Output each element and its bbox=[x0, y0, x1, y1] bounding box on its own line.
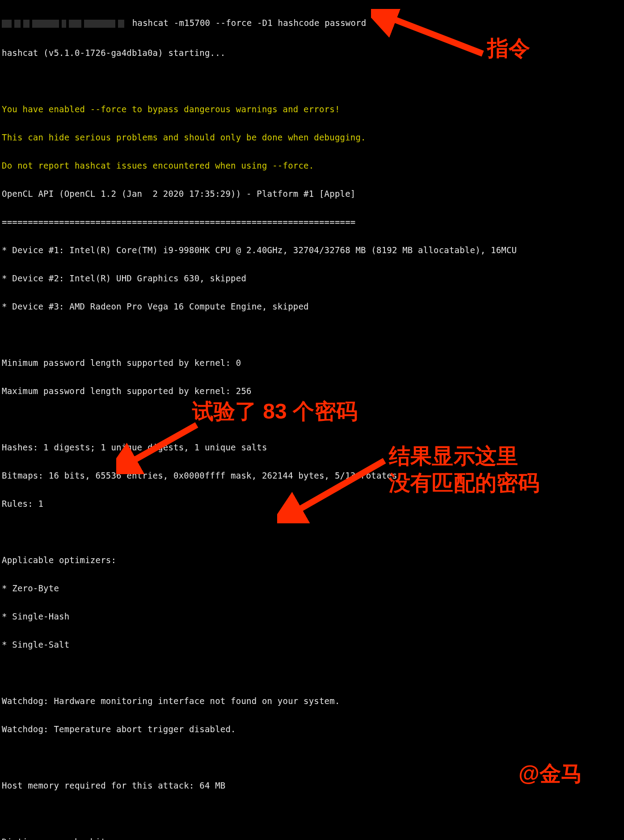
blank-line bbox=[2, 412, 624, 427]
force-warning-2: This can hide serious problems and shoul… bbox=[2, 131, 624, 145]
prompt-line: hashcat -m15700 --force -D1 hashcode pas… bbox=[2, 16, 624, 32]
blank-line bbox=[2, 807, 624, 821]
min-password-length: Minimum password length supported by ker… bbox=[2, 356, 624, 370]
blank-line bbox=[2, 328, 624, 342]
force-warning-3: Do not report hashcat issues encountered… bbox=[2, 159, 624, 173]
opencl-header: OpenCL API (OpenCL 1.2 (Jan 2 2020 17:35… bbox=[2, 187, 624, 201]
device-2: * Device #2: Intel(R) UHD Graphics 630, … bbox=[2, 272, 624, 286]
bitmaps-line: Bitmaps: 16 bits, 65536 entries, 0x0000f… bbox=[2, 469, 624, 483]
starting-line: hashcat (v5.1.0-1726-ga4db1a0a) starting… bbox=[2, 46, 624, 60]
watchdog-2: Watchdog: Temperature abort trigger disa… bbox=[2, 722, 624, 737]
optimizer-zero-byte: * Zero-Byte bbox=[2, 581, 624, 596]
optimizers-header: Applicable optimizers: bbox=[2, 553, 624, 568]
device-1: * Device #1: Intel(R) Core(TM) i9-9980HK… bbox=[2, 243, 624, 258]
command-text: hashcat -m15700 --force -D1 hashcode pas… bbox=[127, 18, 366, 28]
host-memory: Host memory required for this attack: 64… bbox=[2, 779, 624, 793]
max-password-length: Maximum password length supported by ker… bbox=[2, 384, 624, 399]
blank-line bbox=[2, 525, 624, 539]
watchdog-1: Watchdog: Hardware monitoring interface … bbox=[2, 694, 624, 708]
force-warning-1: You have enabled --force to bypass dange… bbox=[2, 102, 624, 117]
blank-line bbox=[2, 74, 624, 89]
divider: ========================================… bbox=[2, 215, 624, 229]
blank-line bbox=[2, 666, 624, 680]
blank-line bbox=[2, 751, 624, 765]
optimizer-single-salt: * Single-Salt bbox=[2, 638, 624, 652]
hashes-line: Hashes: 1 digests; 1 unique digests, 1 u… bbox=[2, 441, 624, 455]
device-3: * Device #3: AMD Radeon Pro Vega 16 Comp… bbox=[2, 300, 624, 314]
terminal-output[interactable]: hashcat -m15700 --force -D1 hashcode pas… bbox=[0, 0, 624, 840]
optimizer-single-hash: * Single-Hash bbox=[2, 610, 624, 624]
rules-line: Rules: 1 bbox=[2, 497, 624, 511]
dictionary-cache-header: Dictionary cache hit: bbox=[2, 835, 624, 840]
arrow-icon bbox=[277, 452, 393, 523]
redacted-user-host bbox=[2, 18, 127, 32]
